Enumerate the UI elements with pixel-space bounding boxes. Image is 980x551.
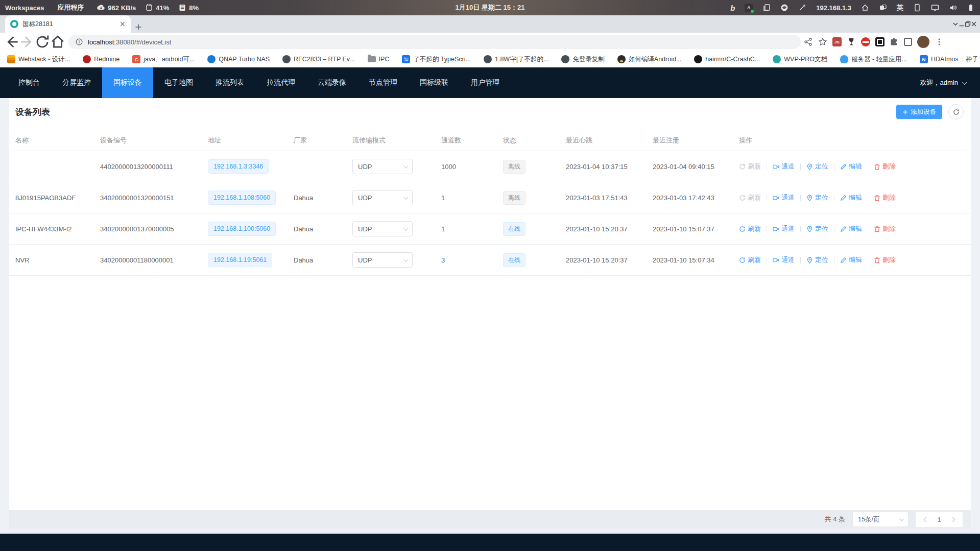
- bookmark-item[interactable]: Cjava、android可...: [132, 55, 195, 64]
- delete-button[interactable]: 删除: [874, 162, 896, 171]
- clipboard-tray-icon[interactable]: [762, 4, 771, 12]
- refresh-device-button[interactable]: 刷新: [739, 193, 761, 202]
- home-tray-icon[interactable]: [861, 4, 869, 12]
- nav-item-gb-cascade[interactable]: 国标级联: [409, 67, 460, 98]
- pencil-icon: [840, 195, 847, 201]
- bookmark-item[interactable]: RFC2833 – RTP Ev...: [282, 55, 355, 63]
- bookmark-item[interactable]: QNAP Turbo NAS: [207, 55, 270, 63]
- next-page-button[interactable]: [945, 512, 960, 526]
- applications-button[interactable]: 应用程序: [57, 3, 84, 12]
- bookmark-item[interactable]: 如何编译Android...: [617, 55, 682, 64]
- locate-button[interactable]: 定位: [806, 224, 828, 233]
- stream-mode-select[interactable]: UDP: [352, 190, 413, 205]
- stream-mode-select[interactable]: UDP: [352, 252, 413, 268]
- refresh-device-button[interactable]: 刷新: [739, 162, 761, 171]
- color-picker-tray-icon[interactable]: [798, 4, 806, 12]
- close-window-button[interactable]: [971, 21, 977, 27]
- stream-mode-select[interactable]: UDP: [352, 221, 413, 236]
- minimize-button[interactable]: [959, 21, 965, 27]
- bookmark-item[interactable]: IPC: [368, 56, 390, 63]
- refresh-list-button[interactable]: [948, 104, 964, 119]
- nav-item-emap[interactable]: 电子地图: [153, 67, 204, 98]
- tab-frame-extension-icon[interactable]: [904, 38, 912, 46]
- edit-button[interactable]: 编辑: [840, 193, 862, 202]
- input-method-indicator[interactable]: 英: [897, 3, 903, 12]
- bookmark-item[interactable]: Redmine: [83, 55, 119, 63]
- share-icon[interactable]: [804, 37, 813, 46]
- tab-search-chevron-icon[interactable]: [952, 21, 959, 27]
- nav-item-console[interactable]: 控制台: [7, 67, 51, 98]
- profile-avatar[interactable]: [917, 36, 929, 48]
- prev-page-button[interactable]: [919, 512, 933, 526]
- delete-button[interactable]: 删除: [874, 224, 896, 233]
- channel-button[interactable]: 通道: [773, 224, 795, 233]
- tab-close-icon[interactable]: [119, 21, 126, 27]
- new-tab-button[interactable]: [135, 23, 142, 31]
- ip-address-indicator[interactable]: 192.168.1.3: [816, 4, 851, 12]
- wine-extension-icon[interactable]: [847, 37, 856, 46]
- back-button[interactable]: [4, 34, 19, 50]
- blocker-extension-icon[interactable]: [861, 37, 870, 46]
- bookmark-item[interactable]: WVP-PRO文档: [773, 55, 827, 64]
- home-button[interactable]: [50, 34, 65, 50]
- nav-item-user-manage[interactable]: 用户管理: [460, 67, 511, 98]
- site-info-icon[interactable]: [76, 38, 83, 45]
- user-menu[interactable]: 欢迎，admin: [920, 67, 966, 98]
- js-extension-icon[interactable]: JS: [832, 37, 842, 46]
- battery-tray-icon[interactable]: [967, 4, 975, 12]
- coffee-tray-icon[interactable]: [780, 4, 788, 12]
- volume-tray-icon[interactable]: [949, 4, 957, 12]
- delete-button[interactable]: 删除: [874, 255, 896, 265]
- nav-item-push-list[interactable]: 推流列表: [204, 67, 255, 98]
- bookmark-item[interactable]: Webstack - 设计...: [7, 55, 70, 64]
- clock[interactable]: 1月10日 星期二 15：21: [456, 3, 525, 12]
- location-pin-icon: [806, 195, 813, 201]
- browser-menu-icon[interactable]: [935, 37, 944, 46]
- bookmark-item[interactable]: 知了不起的 TypeScri...: [402, 55, 471, 64]
- page-size-select[interactable]: 15条/页: [852, 512, 909, 527]
- qr-extension-icon[interactable]: [875, 37, 885, 46]
- edit-button[interactable]: 编辑: [840, 162, 862, 171]
- restore-button[interactable]: [965, 21, 971, 27]
- browser-tab[interactable]: 国标28181: [5, 15, 131, 33]
- refresh-device-button[interactable]: 刷新: [739, 224, 761, 233]
- device-id: 34020000001180000001: [100, 256, 208, 264]
- last-register: 2023-01-03 17:42:43: [653, 194, 739, 202]
- nav-item-cloud-record[interactable]: 云端录像: [306, 67, 357, 98]
- workspaces-button[interactable]: Workspaces: [5, 4, 44, 12]
- nav-item-split-monitor[interactable]: 分屏监控: [51, 67, 102, 98]
- screenshot-tray-icon[interactable]: A: [745, 4, 753, 12]
- bookmark-star-icon[interactable]: [818, 37, 827, 46]
- display-tray-icon[interactable]: [931, 4, 939, 12]
- bookmark-item[interactable]: 服务器 - 轻量应用...: [840, 55, 907, 64]
- channel-button[interactable]: 通道: [773, 193, 795, 202]
- workspaces-tray-icon[interactable]: [879, 4, 887, 12]
- locate-button[interactable]: 定位: [806, 162, 828, 171]
- nav-item-gb-devices[interactable]: 国标设备: [102, 67, 153, 98]
- bing-tray-icon[interactable]: b: [730, 4, 735, 12]
- stream-mode-select[interactable]: UDP: [352, 159, 413, 174]
- locate-button[interactable]: 定位: [806, 193, 828, 202]
- channel-button[interactable]: 通道: [773, 162, 795, 171]
- memory-indicator: 8%: [178, 4, 199, 12]
- bookmark-item[interactable]: NHDAtmos :: 种子 *...: [920, 55, 980, 64]
- reload-button[interactable]: [35, 34, 50, 50]
- refresh-device-button[interactable]: 刷新: [739, 255, 761, 265]
- channel-button[interactable]: 通道: [773, 255, 795, 265]
- phone-link-tray-icon[interactable]: [913, 4, 921, 12]
- bookmark-item[interactable]: 1.8W字|了不起的...: [484, 55, 548, 64]
- nav-item-pull-proxy[interactable]: 拉流代理: [255, 67, 306, 98]
- extensions-puzzle-icon[interactable]: [890, 37, 899, 46]
- add-device-button[interactable]: 添加设备: [896, 105, 942, 119]
- edit-button[interactable]: 编辑: [840, 224, 862, 233]
- nav-item-node-manage[interactable]: 节点管理: [357, 67, 409, 98]
- bookmark-item[interactable]: 免登录复制: [561, 55, 605, 64]
- delete-button[interactable]: 删除: [874, 193, 896, 202]
- current-page[interactable]: 1: [933, 516, 945, 523]
- url-text[interactable]: localhost:38080/#/deviceList: [88, 38, 171, 46]
- bookmark-item[interactable]: hairrrrr/C-CrashC...: [694, 55, 760, 63]
- edit-button[interactable]: 编辑: [840, 255, 862, 265]
- forward-button[interactable]: [19, 34, 35, 50]
- locate-button[interactable]: 定位: [806, 255, 828, 265]
- address-bar[interactable]: localhost:38080/#/deviceList: [68, 35, 801, 49]
